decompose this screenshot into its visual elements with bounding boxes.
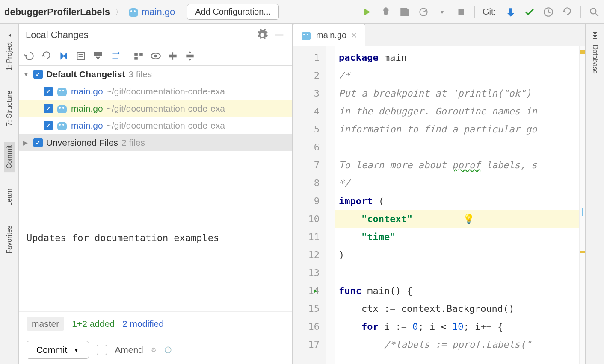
line-number[interactable]: 11 (293, 228, 326, 246)
line-number[interactable]: 2 (293, 67, 326, 85)
line-number[interactable]: 12 (293, 246, 326, 264)
tool-project[interactable]: 1: Project▸ (4, 29, 15, 74)
commit-message-input[interactable]: Updates for documentation examples (19, 226, 292, 311)
line-number[interactable]: 13 (293, 264, 326, 282)
line-number[interactable]: 5 (293, 120, 326, 138)
fold-gutter[interactable] (326, 46, 335, 364)
gear-icon[interactable]: ⚙ (151, 346, 157, 353)
file-row[interactable]: ✓ main.go ~/git/documentation-code-exa (19, 117, 292, 134)
line-number[interactable]: 6 (293, 138, 326, 156)
tool-learn[interactable]: Learn (4, 185, 15, 209)
code-line[interactable]: /* (335, 67, 579, 85)
chevron-right-icon[interactable]: ▶ (23, 139, 30, 146)
close-icon[interactable]: ✕ (351, 31, 357, 40)
code-line[interactable] (335, 264, 579, 282)
refresh-icon[interactable] (24, 50, 35, 62)
run-gutter-icon[interactable]: ▶ (314, 287, 317, 294)
line-number[interactable]: 17 (293, 336, 326, 354)
code-content[interactable]: 💡 package main/*Put a breakpoint at 'pri… (335, 46, 579, 364)
unversioned-node[interactable]: ▶ ✓ Unversioned Files 2 files (19, 134, 292, 151)
checkbox[interactable]: ✓ (44, 121, 53, 130)
commit-icon[interactable] (524, 6, 535, 18)
tool-database[interactable]: 🗄 Database (589, 29, 601, 77)
line-number[interactable]: 10 (293, 210, 326, 228)
error-stripe[interactable] (579, 46, 585, 364)
code-line[interactable]: ) (335, 246, 579, 264)
breadcrumb-file[interactable]: main.go (128, 6, 175, 18)
code-line[interactable]: func main() { (335, 282, 579, 300)
code-line[interactable]: */ (335, 174, 579, 192)
coverage-icon[interactable] (399, 6, 410, 18)
code-line[interactable]: /*labels := pprof.Labels(" (335, 336, 579, 354)
run-icon[interactable] (361, 6, 373, 18)
tool-commit[interactable]: Commit (4, 142, 15, 172)
branch-label[interactable]: master (27, 317, 64, 331)
line-gutter[interactable]: ▶ 1234567891011121314151617 (293, 46, 326, 364)
gear-icon[interactable] (256, 29, 268, 41)
code-line[interactable]: "context" (335, 210, 579, 228)
amend-checkbox[interactable] (97, 345, 107, 355)
commit-button[interactable]: Commit ▼ (27, 341, 89, 359)
svg-rect-1 (458, 9, 464, 15)
changelist-node[interactable]: ▼ ✓ Default Changelist 3 files (19, 66, 292, 83)
search-icon[interactable] (589, 6, 600, 18)
group-icon[interactable] (133, 50, 144, 62)
code-line[interactable]: for i := 0; i < 10; i++ { (335, 318, 579, 336)
checkbox[interactable]: ✓ (44, 104, 53, 113)
svg-point-10 (154, 54, 157, 57)
checkbox[interactable]: ✓ (33, 70, 43, 79)
chevron-down-icon[interactable]: ▼ (73, 346, 79, 353)
diff-icon[interactable] (58, 50, 69, 62)
intention-bulb-icon[interactable]: 💡 (463, 214, 474, 224)
breadcrumb-project[interactable]: debuggerProfilerLabels (4, 6, 110, 18)
rollback-icon[interactable] (41, 50, 52, 62)
tool-structure[interactable]: 7: Structure (4, 87, 15, 129)
breadcrumb[interactable]: debuggerProfilerLabels 〉 main.go (4, 6, 175, 18)
run-config-button[interactable]: Add Configuration... (187, 4, 279, 20)
code-line[interactable]: information to find a particular go (335, 120, 579, 138)
line-number[interactable]: 4 (293, 103, 326, 120)
code-line[interactable]: Put a breakpoint at 'println("ok") (335, 85, 579, 103)
tool-favorites[interactable]: Favorites (4, 222, 15, 257)
changes-tree[interactable]: ▼ ✓ Default Changelist 3 files ✓ main.go… (19, 66, 292, 226)
history-icon[interactable]: 🕘 (164, 346, 172, 353)
collapse-icon[interactable] (184, 50, 195, 62)
chevron-down-icon[interactable]: ▼ (23, 71, 30, 78)
changelist-name: Default Changelist (46, 69, 125, 79)
checkbox[interactable]: ✓ (33, 138, 43, 147)
code-line[interactable]: package main (335, 49, 579, 67)
file-row[interactable]: ✓ main.go ~/git/documentation-code-exa (19, 100, 292, 117)
line-number[interactable]: 7 (293, 156, 326, 174)
code-line[interactable]: To learn more about pprof labels, s (335, 156, 579, 174)
code-line[interactable]: "time" (335, 228, 579, 246)
checkbox[interactable]: ✓ (44, 87, 53, 96)
preview-icon[interactable] (150, 50, 161, 62)
minimize-icon[interactable] (273, 29, 285, 41)
line-number[interactable]: 1 (293, 49, 326, 67)
history-icon[interactable] (543, 6, 554, 18)
expand-icon[interactable] (167, 50, 178, 62)
unshelve-icon[interactable] (110, 50, 121, 62)
code-line[interactable] (335, 138, 579, 156)
debug-icon[interactable] (380, 6, 391, 18)
line-number[interactable]: 8 (293, 174, 326, 192)
rollback-icon[interactable] (562, 6, 573, 18)
stop-icon[interactable] (456, 6, 467, 18)
line-number[interactable]: 3 (293, 85, 326, 103)
update-project-icon[interactable] (505, 6, 516, 18)
editor-tab[interactable]: main.go ✕ (293, 24, 365, 46)
line-number[interactable]: 16 (293, 318, 326, 336)
code-line[interactable]: import ( (335, 192, 579, 210)
line-number[interactable]: 14 (293, 282, 326, 300)
dropdown-icon[interactable]: ▾ (437, 6, 448, 18)
file-row[interactable]: ✓ main.go ~/git/documentation-code-exa (19, 83, 292, 100)
code-line[interactable]: in the debugger. Goroutine names in (335, 103, 579, 120)
left-tool-strip: 1: Project▸ 7: Structure Commit Learn Fa… (0, 24, 19, 364)
line-number[interactable]: 15 (293, 300, 326, 318)
code-line[interactable]: ctx := context.Background() (335, 300, 579, 318)
shelve-icon[interactable] (92, 50, 104, 62)
code-area[interactable]: ▶ 1234567891011121314151617 💡 package ma… (293, 46, 585, 364)
line-number[interactable]: 9 (293, 192, 326, 210)
profiler-icon[interactable] (418, 6, 429, 18)
changelist-icon[interactable] (75, 50, 86, 62)
